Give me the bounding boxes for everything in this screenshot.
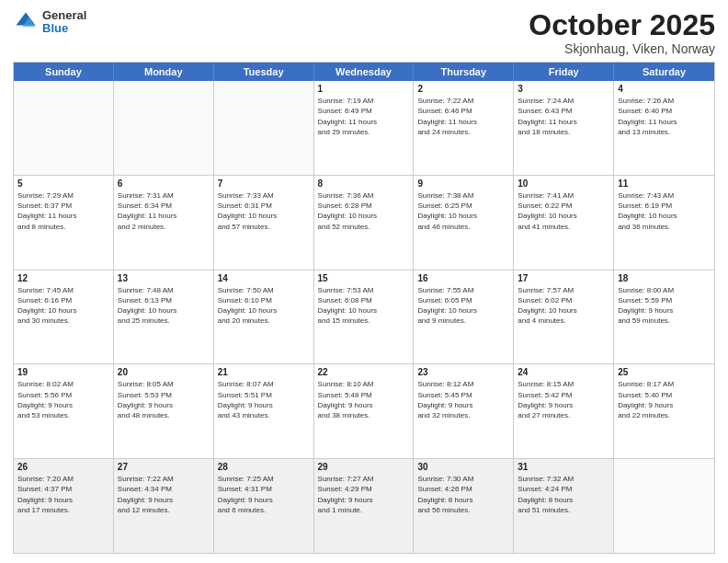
day-header-thursday: Thursday — [414, 63, 514, 81]
cell-info: Sunrise: 7:43 AM Sunset: 6:19 PM Dayligh… — [618, 190, 711, 232]
cell-info: Sunrise: 7:32 AM Sunset: 4:24 PM Dayligh… — [518, 474, 609, 515]
day-number: 23 — [417, 367, 509, 377]
calendar-cell: 29Sunrise: 7:27 AM Sunset: 4:29 PM Dayli… — [314, 459, 415, 553]
day-header-sunday: Sunday — [14, 63, 114, 81]
cell-info: Sunrise: 7:57 AM Sunset: 6:02 PM Dayligh… — [518, 285, 609, 327]
day-number: 15 — [318, 273, 410, 283]
day-number: 28 — [218, 462, 310, 472]
cell-info: Sunrise: 7:45 AM Sunset: 6:16 PM Dayligh… — [17, 285, 109, 327]
logo-blue-text: Blue — [42, 22, 86, 35]
calendar-cell: 27Sunrise: 7:22 AM Sunset: 4:34 PM Dayli… — [114, 459, 214, 553]
cell-info: Sunrise: 7:22 AM Sunset: 4:34 PM Dayligh… — [118, 474, 210, 515]
calendar-cell: 21Sunrise: 8:07 AM Sunset: 5:51 PM Dayli… — [214, 364, 314, 458]
calendar-cell: 22Sunrise: 8:10 AM Sunset: 5:48 PM Dayli… — [314, 364, 415, 458]
logo-general-text: General — [42, 9, 86, 22]
cell-info: Sunrise: 7:48 AM Sunset: 6:13 PM Dayligh… — [118, 285, 210, 327]
calendar-cell — [614, 459, 714, 553]
cell-info: Sunrise: 8:15 AM Sunset: 5:42 PM Dayligh… — [518, 379, 609, 420]
location-subtitle: Skjonhaug, Viken, Norway — [529, 41, 715, 56]
calendar-cell: 20Sunrise: 8:05 AM Sunset: 5:53 PM Dayli… — [114, 364, 214, 458]
cell-info: Sunrise: 7:27 AM Sunset: 4:29 PM Dayligh… — [318, 474, 410, 515]
day-number: 19 — [17, 367, 109, 377]
calendar-row-3: 12Sunrise: 7:45 AM Sunset: 6:16 PM Dayli… — [14, 270, 714, 364]
day-number: 7 — [218, 178, 310, 189]
calendar-cell: 6Sunrise: 7:31 AM Sunset: 6:34 PM Daylig… — [114, 176, 214, 270]
cell-info: Sunrise: 7:50 AM Sunset: 6:10 PM Dayligh… — [218, 285, 310, 327]
cell-info: Sunrise: 8:02 AM Sunset: 5:56 PM Dayligh… — [17, 379, 109, 420]
title-block: October 2025 Skjonhaug, Viken, Norway — [529, 9, 715, 56]
day-number: 27 — [118, 462, 210, 472]
cell-info: Sunrise: 8:10 AM Sunset: 5:48 PM Dayligh… — [318, 379, 410, 420]
day-number: 24 — [518, 367, 609, 377]
calendar-cell: 26Sunrise: 7:20 AM Sunset: 4:37 PM Dayli… — [14, 459, 114, 553]
day-number: 25 — [618, 367, 711, 377]
calendar: SundayMondayTuesdayWednesdayThursdayFrid… — [13, 62, 715, 554]
cell-info: Sunrise: 8:07 AM Sunset: 5:51 PM Dayligh… — [218, 379, 310, 420]
day-number: 1 — [318, 84, 410, 94]
day-number: 29 — [318, 462, 410, 472]
calendar-header: SundayMondayTuesdayWednesdayThursdayFrid… — [14, 63, 714, 81]
calendar-row-5: 26Sunrise: 7:20 AM Sunset: 4:37 PM Dayli… — [14, 458, 714, 553]
calendar-cell: 1Sunrise: 7:19 AM Sunset: 6:49 PM Daylig… — [314, 81, 415, 175]
calendar-cell — [114, 81, 214, 175]
cell-info: Sunrise: 7:19 AM Sunset: 6:49 PM Dayligh… — [318, 96, 410, 137]
cell-info: Sunrise: 7:20 AM Sunset: 4:37 PM Dayligh… — [17, 474, 109, 515]
cell-info: Sunrise: 7:22 AM Sunset: 6:46 PM Dayligh… — [417, 96, 509, 137]
day-number: 30 — [417, 462, 509, 472]
day-number: 2 — [417, 84, 509, 94]
day-number: 21 — [218, 367, 310, 377]
cell-info: Sunrise: 7:31 AM Sunset: 6:34 PM Dayligh… — [118, 190, 210, 232]
day-number: 26 — [17, 462, 109, 472]
calendar-cell: 9Sunrise: 7:38 AM Sunset: 6:25 PM Daylig… — [414, 176, 514, 270]
day-number: 18 — [618, 273, 711, 283]
calendar-cell: 11Sunrise: 7:43 AM Sunset: 6:19 PM Dayli… — [614, 176, 714, 270]
calendar-cell: 12Sunrise: 7:45 AM Sunset: 6:16 PM Dayli… — [14, 270, 114, 364]
cell-info: Sunrise: 7:29 AM Sunset: 6:37 PM Dayligh… — [17, 190, 109, 232]
cell-info: Sunrise: 7:41 AM Sunset: 6:22 PM Dayligh… — [518, 190, 609, 232]
calendar-cell: 13Sunrise: 7:48 AM Sunset: 6:13 PM Dayli… — [114, 270, 214, 364]
calendar-cell: 14Sunrise: 7:50 AM Sunset: 6:10 PM Dayli… — [214, 270, 314, 364]
cell-info: Sunrise: 7:53 AM Sunset: 6:08 PM Dayligh… — [318, 285, 410, 327]
calendar-body: 1Sunrise: 7:19 AM Sunset: 6:49 PM Daylig… — [14, 81, 714, 553]
calendar-cell: 8Sunrise: 7:36 AM Sunset: 6:28 PM Daylig… — [314, 176, 415, 270]
cell-info: Sunrise: 8:12 AM Sunset: 5:45 PM Dayligh… — [417, 379, 509, 420]
cell-info: Sunrise: 7:30 AM Sunset: 4:26 PM Dayligh… — [417, 474, 509, 515]
cell-info: Sunrise: 7:33 AM Sunset: 6:31 PM Dayligh… — [218, 190, 310, 232]
day-number: 20 — [118, 367, 210, 377]
day-header-monday: Monday — [114, 63, 214, 81]
day-number: 6 — [118, 178, 210, 189]
day-number: 9 — [417, 178, 509, 189]
day-number: 4 — [618, 84, 711, 94]
day-number: 11 — [618, 178, 711, 189]
day-number: 17 — [518, 273, 609, 283]
cell-info: Sunrise: 7:55 AM Sunset: 6:05 PM Dayligh… — [417, 285, 509, 327]
calendar-cell: 5Sunrise: 7:29 AM Sunset: 6:37 PM Daylig… — [14, 176, 114, 270]
day-header-wednesday: Wednesday — [314, 63, 415, 81]
calendar-cell: 2Sunrise: 7:22 AM Sunset: 6:46 PM Daylig… — [414, 81, 514, 175]
day-header-friday: Friday — [514, 63, 614, 81]
calendar-cell: 25Sunrise: 8:17 AM Sunset: 5:40 PM Dayli… — [614, 364, 714, 458]
header: General Blue October 2025 Skjonhaug, Vik… — [13, 9, 715, 56]
calendar-cell: 17Sunrise: 7:57 AM Sunset: 6:02 PM Dayli… — [514, 270, 614, 364]
logo: General Blue — [13, 9, 86, 36]
calendar-cell: 18Sunrise: 8:00 AM Sunset: 5:59 PM Dayli… — [614, 270, 714, 364]
day-number: 3 — [518, 84, 609, 94]
cell-info: Sunrise: 7:38 AM Sunset: 6:25 PM Dayligh… — [417, 190, 509, 232]
calendar-cell: 28Sunrise: 7:25 AM Sunset: 4:31 PM Dayli… — [214, 459, 314, 553]
calendar-cell: 7Sunrise: 7:33 AM Sunset: 6:31 PM Daylig… — [214, 176, 314, 270]
logo-icon — [13, 9, 39, 35]
month-title: October 2025 — [529, 9, 715, 41]
day-number: 5 — [17, 178, 109, 189]
calendar-cell — [14, 81, 114, 175]
cell-info: Sunrise: 8:17 AM Sunset: 5:40 PM Dayligh… — [618, 379, 711, 420]
calendar-cell: 10Sunrise: 7:41 AM Sunset: 6:22 PM Dayli… — [514, 176, 614, 270]
day-number: 10 — [518, 178, 609, 189]
cell-info: Sunrise: 8:05 AM Sunset: 5:53 PM Dayligh… — [118, 379, 210, 420]
cell-info: Sunrise: 7:25 AM Sunset: 4:31 PM Dayligh… — [218, 474, 310, 515]
calendar-cell: 23Sunrise: 8:12 AM Sunset: 5:45 PM Dayli… — [414, 364, 514, 458]
calendar-cell: 19Sunrise: 8:02 AM Sunset: 5:56 PM Dayli… — [14, 364, 114, 458]
calendar-cell: 3Sunrise: 7:24 AM Sunset: 6:43 PM Daylig… — [514, 81, 614, 175]
day-number: 8 — [318, 178, 410, 189]
calendar-row-1: 1Sunrise: 7:19 AM Sunset: 6:49 PM Daylig… — [14, 81, 714, 175]
calendar-cell: 16Sunrise: 7:55 AM Sunset: 6:05 PM Dayli… — [414, 270, 514, 364]
